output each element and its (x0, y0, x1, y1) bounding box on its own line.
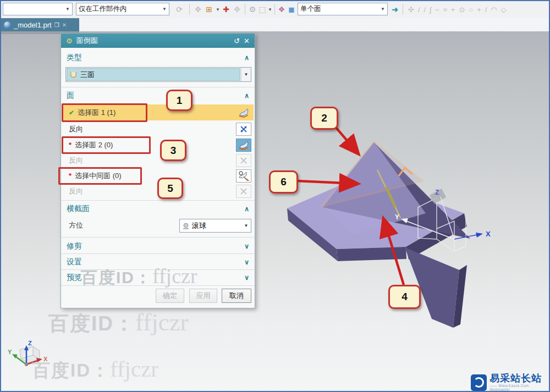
face-rule-value: 单个面 (300, 4, 321, 14)
triad-z-label: Z (28, 340, 32, 346)
dialog-header[interactable]: ⚙ 面倒圆 ↺ ✕ (61, 34, 255, 48)
face2-select-icon[interactable] (236, 139, 251, 152)
chevron-down-icon[interactable]: ▾ (215, 3, 221, 15)
middle-face-select-icon[interactable] (236, 169, 251, 183)
clear-snap-icon[interactable]: ✥ (232, 3, 242, 15)
chevron-down-icon[interactable]: ∨ (244, 258, 249, 266)
select-face1-row[interactable]: ✔ 选择面 1 (1) (62, 104, 254, 120)
divider (61, 269, 255, 270)
snap-hand-icon[interactable]: ✥ (193, 3, 203, 15)
chevron-down-icon[interactable]: ∨ (244, 242, 249, 250)
reverse-direction-icon-disabled (236, 185, 251, 198)
chevron-down-icon[interactable]: ▼ (160, 7, 167, 12)
ellipse-icon[interactable]: ○ (469, 5, 473, 14)
chevron-up-icon[interactable]: ∧ (244, 54, 249, 62)
reset-icon[interactable]: ↺ (234, 37, 240, 45)
triad-origin (25, 363, 28, 366)
orientation-combo[interactable]: 滚球 ▼ (179, 219, 251, 233)
reverse1-label: 反向 (69, 124, 83, 134)
curve-tools-group: ✣ / / ʃ ~ ≈ + ⊙ ○ + / ◠ ◇ (408, 3, 507, 15)
circle-icon[interactable]: ⊙ (459, 5, 465, 14)
z-axis-label: Z (435, 189, 439, 196)
chevron-down-icon[interactable]: ▾ (267, 3, 273, 15)
line3-icon[interactable]: / (485, 5, 487, 14)
studio-spline-icon[interactable]: ~ (435, 5, 439, 14)
preview-section-label: 预览 (67, 273, 82, 283)
solid-body-icon[interactable]: ◼ (287, 3, 296, 15)
pattern-icon[interactable]: ✣ (408, 5, 414, 14)
callout-6: 6 (269, 170, 298, 194)
orientation-value: 滚球 (192, 221, 206, 231)
trim-section-header[interactable]: 修剪 ∨ (61, 240, 255, 252)
type-combo-value: 三面 (80, 70, 95, 80)
update-display-icon[interactable]: ⟳ (173, 3, 186, 15)
chevron-down-icon[interactable]: ▼ (63, 7, 70, 12)
line-icon[interactable]: / (418, 5, 420, 14)
application-window: ▼ 仅在工作部件内 ▼ ⟳ ✥ ⊞ ▾ ✚ ✥ ⚙ ⬚ ▾ ❖ ◼ 单个面 ▼ … (0, 0, 550, 392)
ok-button[interactable]: 确定 (156, 289, 184, 303)
part-tab[interactable]: _model1.prt ❐ ✕ (1, 18, 79, 31)
divider (61, 285, 255, 286)
divider (61, 237, 255, 238)
apply-button[interactable]: 应用 (189, 289, 217, 303)
callout-2: 2 (310, 107, 338, 130)
chevron-down-icon[interactable]: ▼ (378, 7, 385, 12)
close-icon[interactable]: ✕ (62, 22, 67, 28)
select-face2-row[interactable]: * 选择面 2 (0) (62, 137, 254, 152)
marquee-select-icon[interactable]: ⬚ (257, 3, 267, 15)
point-icon[interactable]: + (451, 5, 455, 14)
chevron-down-icon[interactable]: ▼ (241, 68, 251, 81)
window-state-icon[interactable]: ❐ (54, 22, 59, 28)
y-axis-label: Y (395, 213, 399, 221)
dialog-title: 面倒圆 (76, 36, 98, 46)
line2-icon[interactable]: / (424, 5, 426, 14)
gear-icon: ⚙ (66, 37, 73, 45)
arc-icon[interactable]: ◠ (491, 5, 497, 14)
selection-scope-value: 仅在工作部件内 (79, 4, 127, 14)
required-asterisk: * (69, 172, 72, 180)
site-brand: 易采站长站 —— Www.Easck.Com Webmaster (471, 373, 549, 391)
curve-icon[interactable]: ≈ (443, 5, 447, 14)
triad-x-arrowhead (36, 358, 42, 362)
face-rule-combo[interactable]: 单个面 ▼ (298, 3, 388, 15)
shell-face-icon[interactable]: ❖ (277, 3, 287, 15)
spline-icon[interactable]: ʃ (430, 5, 431, 14)
chevron-down-icon[interactable]: ▼ (241, 219, 251, 232)
reverse-direction-icon[interactable] (236, 123, 251, 136)
part-tab-bar: _model1.prt ❐ ✕ (1, 18, 549, 31)
reverse1-row: 反向 (62, 122, 254, 136)
snap-point-icon[interactable]: ✚ (221, 3, 231, 15)
assembly-constraints-icon[interactable]: ⚙ (248, 3, 257, 15)
chevron-down-icon[interactable]: ∨ (244, 274, 249, 281)
settings-section-header[interactable]: 设置 ∨ (61, 256, 255, 268)
cancel-button[interactable]: 取消 (222, 289, 251, 303)
callout-5: 5 (157, 178, 183, 199)
preview-section-header[interactable]: 预览 ∨ (61, 272, 255, 284)
close-icon[interactable]: ✕ (244, 37, 250, 45)
type-combo[interactable]: 三面 ▼ (65, 67, 251, 82)
reverse2-row: 反向 (62, 153, 254, 167)
add-snap-point-icon[interactable]: ⊞ (204, 3, 215, 15)
select-face1-label: 选择面 1 (1) (78, 108, 116, 118)
cross-section-header[interactable]: 横截面 ∧ (61, 203, 255, 215)
orientation-label: 方位 (69, 220, 83, 230)
selection-filter-combo[interactable]: ▼ (3, 3, 73, 15)
face1-select-icon[interactable] (236, 106, 251, 119)
part-tab-title: _model1.prt (14, 21, 52, 29)
triad-y-label: Y (8, 349, 12, 355)
conic-icon[interactable]: ◇ (501, 5, 507, 14)
reverse2-label: 反向 (69, 156, 83, 165)
divider (61, 200, 255, 201)
face-section-header[interactable]: 面 ∧ (61, 90, 255, 102)
chevron-up-icon[interactable]: ∧ (244, 205, 249, 213)
toolbar-separator (403, 4, 403, 15)
type-section-header[interactable]: 类型 ∧ (61, 52, 255, 64)
plus-icon[interactable]: + (477, 5, 481, 14)
select-middle-face-label: 选择中间面 (0) (75, 171, 122, 181)
chevron-up-icon[interactable]: ∧ (244, 92, 249, 100)
forward-arrow-icon[interactable]: ➜ (390, 3, 400, 15)
type-combo-selected[interactable]: 三面 (67, 69, 240, 80)
rolling-ball-icon (182, 222, 190, 230)
top-toolbar: ▼ 仅在工作部件内 ▼ ⟳ ✥ ⊞ ▾ ✚ ✥ ⚙ ⬚ ▾ ❖ ◼ 单个面 ▼ … (1, 1, 549, 19)
selection-scope-combo[interactable]: 仅在工作部件内 ▼ (76, 3, 169, 15)
